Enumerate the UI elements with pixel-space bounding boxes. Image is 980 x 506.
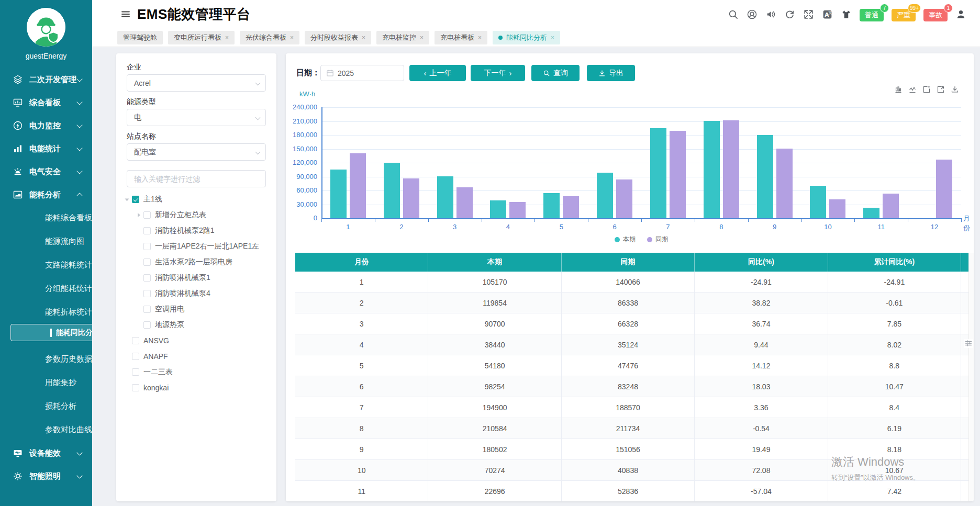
alarm-serious-button[interactable]: 严重 99+ [892, 9, 916, 21]
tab-1[interactable]: 变电所运行看板× [168, 31, 235, 44]
search-icon[interactable] [728, 9, 739, 20]
table-header-cell: 月份 [295, 253, 428, 272]
sidebar-subitem-4[interactable]: 能耗折标统计 [0, 300, 92, 324]
y-axis-tick-label: 150,000 [288, 145, 317, 153]
sidebar-item-3[interactable]: 电能统计 [0, 137, 92, 160]
refresh-icon[interactable] [784, 9, 795, 20]
alarm-normal-button[interactable]: 普通 7 [860, 9, 884, 21]
bar-同期-9 [776, 149, 793, 218]
legend-label: 同期 [655, 235, 668, 244]
bar-本期-5 [543, 193, 560, 218]
station-select[interactable]: 配电室 [127, 143, 266, 161]
sidebar-item-6[interactable]: 设备能效 [0, 442, 92, 465]
energy-type-select[interactable]: 电 [127, 109, 266, 126]
app-root: guestEnergy 二次开发管理综合看板电力监控电能统计电气安全能耗分析能耗… [0, 0, 980, 506]
tree-node-5[interactable]: 消防喷淋机械泵1 [121, 270, 273, 286]
table-row: 1105170140066-24.91-24.91 [295, 272, 968, 293]
tree-node-8[interactable]: 地源热泵 [121, 317, 273, 333]
alarm-accident-button[interactable]: 事故 1 [923, 9, 948, 21]
sidebar-subitem-7[interactable]: 参数历史数据 [0, 347, 92, 371]
sidebar-item-4[interactable]: 电气安全 [0, 160, 92, 183]
sidebar-subitem-5[interactable]: 能耗同比分析 [10, 324, 92, 341]
translate-icon[interactable]: A文 [822, 9, 833, 20]
fullscreen-icon[interactable] [803, 9, 814, 20]
sidebar-subitem-0[interactable]: 能耗综合看板 [0, 206, 92, 230]
alarm-serious-label: 严重 [897, 10, 910, 20]
close-icon[interactable]: × [478, 34, 482, 41]
close-icon[interactable]: × [290, 34, 294, 41]
tree-filter-input[interactable] [127, 170, 266, 187]
checkbox[interactable] [143, 211, 151, 219]
user-icon[interactable] [955, 9, 966, 20]
tab-3[interactable]: 分时段收益报表× [305, 31, 371, 44]
close-icon[interactable]: × [420, 34, 424, 41]
close-icon[interactable]: × [362, 34, 365, 41]
close-icon[interactable]: × [225, 34, 229, 41]
sidebar-item-0[interactable]: 二次开发管理 [0, 68, 92, 91]
checkbox[interactable] [132, 368, 139, 376]
checkbox[interactable] [132, 196, 139, 203]
sidebar-item-2[interactable]: 电力监控 [0, 114, 92, 137]
support-icon[interactable] [747, 9, 758, 20]
gridline [321, 149, 961, 150]
tree-node-11[interactable]: 一二三表 [121, 364, 273, 380]
sidebar-item-7[interactable]: 智能照明 [0, 465, 92, 488]
table-cell: 140066 [562, 272, 695, 293]
tab-5[interactable]: 充电桩看板× [435, 31, 487, 44]
checkbox[interactable] [143, 306, 151, 313]
sidebar-subitem-label: 能耗折标统计 [45, 307, 92, 317]
tree-node-0[interactable]: 主1线 [121, 192, 273, 207]
tree-node-12[interactable]: kongkai [121, 380, 273, 396]
checkbox[interactable] [143, 290, 151, 297]
tree-node-10[interactable]: ANAPF [121, 348, 273, 364]
alarm-accident-label: 事故 [929, 10, 942, 20]
checkbox[interactable] [143, 274, 151, 282]
caret-collapsed-icon[interactable] [135, 211, 143, 219]
table-cell: 54180 [428, 355, 561, 376]
theme-icon[interactable] [841, 9, 852, 20]
sidebar-subitem-10[interactable]: 参数对比曲线 [0, 418, 92, 442]
tab-4[interactable]: 充电桩监控× [376, 31, 429, 44]
checkbox[interactable] [143, 227, 151, 234]
tree-node-6[interactable]: 消防喷淋机械泵4 [121, 286, 273, 301]
close-icon[interactable]: × [551, 34, 554, 41]
table-cell: 38.82 [695, 293, 828, 313]
x-axis-tick [534, 219, 535, 222]
table-cell-clipped [961, 355, 968, 376]
sidebar-item-5[interactable]: 能耗分析 [0, 183, 92, 206]
checkbox[interactable] [132, 337, 139, 344]
sidebar-subitem-9[interactable]: 损耗分析 [0, 395, 92, 418]
caret-expanded-icon[interactable] [124, 195, 132, 204]
tree-node-4[interactable]: 生活水泵2路一层弱电房 [121, 254, 273, 270]
company-select[interactable]: Acrel [127, 74, 266, 92]
sidebar-subitem-1[interactable]: 能源流向图 [0, 230, 92, 253]
checkbox[interactable] [143, 243, 151, 250]
avatar[interactable] [27, 8, 65, 47]
checkbox[interactable] [132, 384, 139, 391]
tab-2[interactable]: 光伏综合看板× [240, 31, 299, 44]
tab-0[interactable]: 管理驾驶舱 [117, 31, 163, 44]
checkbox[interactable] [132, 353, 139, 360]
tree-node-9[interactable]: ANSVG [121, 333, 273, 348]
tree-node-2[interactable]: 消防栓机械泵2路1 [121, 223, 273, 239]
sidebar-subitem-3[interactable]: 分组能耗统计 [0, 277, 92, 300]
checkbox[interactable] [143, 321, 151, 329]
table-settings-icon[interactable] [964, 339, 973, 348]
volume-icon[interactable] [765, 9, 776, 20]
checkbox[interactable] [143, 258, 151, 266]
bar-本期-10 [810, 186, 826, 218]
tree-node-label: ANSVG [143, 336, 169, 345]
table-cell: 7.85 [828, 313, 961, 334]
sidebar-subitem-2[interactable]: 支路能耗统计 [0, 253, 92, 277]
sidebar-subitem-8[interactable]: 用能集抄 [0, 371, 92, 395]
tab-6[interactable]: 能耗同比分析× [493, 31, 560, 44]
legend-item-同期[interactable]: 同期 [647, 235, 668, 244]
tree-node-7[interactable]: 空调用电 [121, 301, 273, 317]
collapse-menu-icon[interactable] [120, 9, 131, 19]
legend-item-本期[interactable]: 本期 [615, 235, 636, 244]
tree-node-1[interactable]: 新增分立柜总表 [121, 207, 273, 223]
x-axis-tick [801, 219, 802, 222]
sidebar-item-1[interactable]: 综合看板 [0, 91, 92, 114]
table-scrollbar[interactable] [968, 253, 974, 501]
tree-node-3[interactable]: 一层南1APE2右一层北1APE1左 [121, 239, 273, 254]
